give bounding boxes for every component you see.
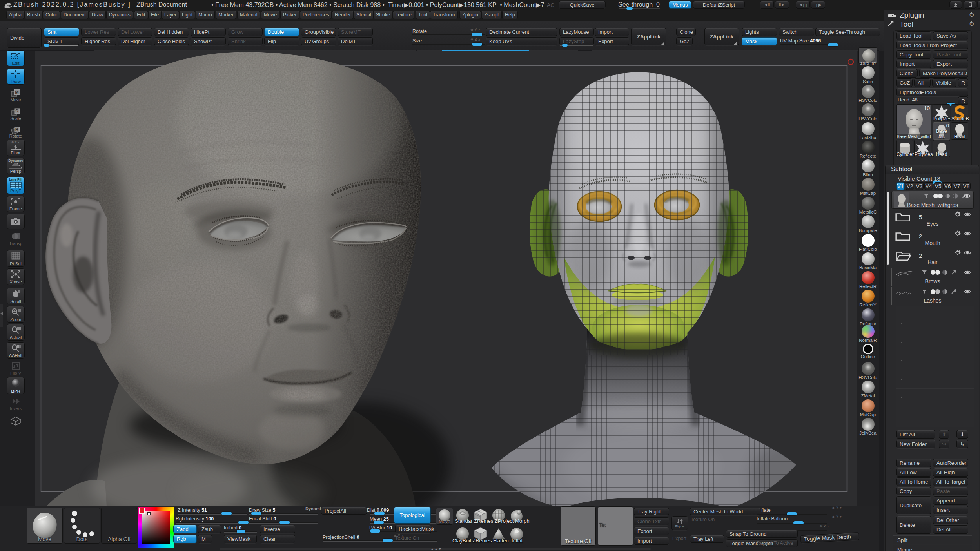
svg-text:S: S bbox=[15, 109, 18, 113]
svg-text:R: R bbox=[15, 127, 18, 132]
svg-text:M: M bbox=[15, 90, 18, 94]
